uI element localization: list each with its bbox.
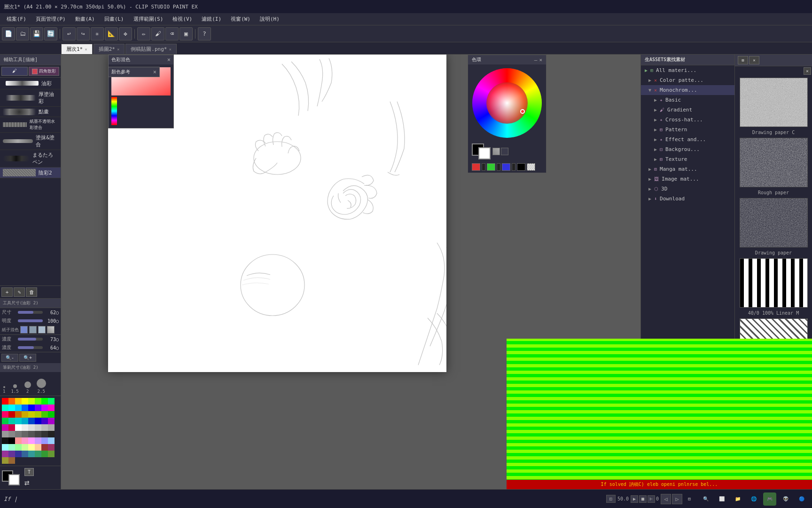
color-btn[interactable]: 四角散彩: [29, 67, 59, 76]
swatch-996633[interactable]: [8, 457, 15, 464]
swatch-aacc00[interactable]: [35, 411, 41, 418]
brush-thick-oil[interactable]: 厚塗油彩: [0, 89, 61, 107]
swatch-00ff00[interactable]: [41, 398, 48, 405]
zoom-out-btn[interactable]: 🔍-: [1, 354, 18, 362]
swatch-00cccc[interactable]: [15, 418, 22, 424]
swatch-blue[interactable]: [502, 163, 510, 171]
swatch-993399[interactable]: [2, 451, 8, 457]
swatch-ff6600[interactable]: [8, 398, 15, 405]
fill-button[interactable]: ▣: [180, 27, 193, 40]
swatch-00ccaa[interactable]: [8, 418, 15, 424]
swatch-ff9999[interactable]: [15, 437, 22, 444]
brush-smear[interactable]: 塗抹&塗合: [0, 133, 61, 150]
color-mix-2[interactable]: [29, 326, 37, 333]
transform-button[interactable]: ✳: [91, 27, 104, 40]
pen-button[interactable]: ✏: [137, 27, 150, 40]
brush-dot[interactable]: 點畫: [0, 107, 61, 117]
taskbar-steam[interactable]: 🎮: [763, 492, 776, 506]
stop-btn[interactable]: ■: [639, 495, 647, 503]
swatch-ffff00[interactable]: [22, 398, 28, 405]
color-mix-1[interactable]: [20, 326, 28, 333]
minimize-btn[interactable]: —: [534, 57, 538, 63]
menu-item-f[interactable]: 檔案(F): [2, 15, 31, 24]
swatch-eeeeee[interactable]: [22, 424, 28, 431]
swatch-339999[interactable]: [28, 451, 35, 457]
swatch-cccccc[interactable]: [35, 424, 41, 431]
asset-basic[interactable]: ▶ ✦ Basic: [641, 95, 734, 105]
asset-crosshatch[interactable]: ▶ ✦ Cross-hat...: [641, 115, 734, 125]
swatch-6600ff[interactable]: [35, 405, 41, 411]
density-track[interactable]: [18, 346, 43, 349]
canvas-next-btn[interactable]: ▷: [672, 494, 682, 504]
swatch-999999[interactable]: [2, 431, 8, 437]
tab-2[interactable]: 插圖2*×: [94, 44, 125, 54]
swatch-ff99ff[interactable]: [28, 437, 35, 444]
swatch-ccaa00[interactable]: [22, 411, 28, 418]
swatch-669933[interactable]: [48, 451, 55, 457]
add-tool-btn[interactable]: +: [1, 287, 13, 297]
fr-btn1[interactable]: ⊞: [738, 56, 748, 64]
swatch-444444[interactable]: [35, 431, 41, 437]
swatch-663399[interactable]: [8, 451, 15, 457]
color-dialog-header[interactable]: 色彩混色 ×: [109, 55, 173, 64]
asset-manga[interactable]: ▶ ⊞ Manga mat...: [641, 164, 734, 174]
delete-tool-btn[interactable]: 🗑: [26, 287, 37, 297]
swatch-cc6600[interactable]: [15, 411, 22, 418]
swatch-9999ff[interactable]: [41, 437, 48, 444]
windows-btn[interactable]: ⊞: [682, 492, 696, 506]
swatch-4400cc[interactable]: [41, 418, 48, 424]
swatch-99ffff[interactable]: [2, 444, 8, 451]
swatch-aa00cc[interactable]: [48, 418, 55, 424]
swatch-black[interactable]: [517, 163, 525, 171]
frame-btn[interactable]: ⊢: [648, 495, 655, 503]
zoom-fit-btn[interactable]: ⊡: [606, 495, 616, 503]
swatch-339933[interactable]: [41, 451, 48, 457]
taskbar-app[interactable]: 🔵: [795, 492, 808, 506]
swatch-99ccff[interactable]: [48, 437, 55, 444]
swatch-0000cc[interactable]: [35, 418, 41, 424]
asset-download[interactable]: ▶ ⬇ Download: [641, 194, 734, 204]
zoom-in-btn[interactable]: 🔍+: [19, 354, 36, 362]
swatch-ffcc99[interactable]: [35, 444, 41, 451]
swatch-00cc44[interactable]: [2, 418, 8, 424]
swatch-99ff99[interactable]: [15, 444, 22, 451]
swatch-cc00ff[interactable]: [41, 405, 48, 411]
canvas-prev-btn[interactable]: ◁: [661, 494, 671, 504]
swatch-ff0000[interactable]: [2, 398, 8, 405]
menu-item-v[interactable]: 檢視(V): [168, 15, 197, 24]
swatch-111111[interactable]: [2, 437, 8, 444]
menu-item-s[interactable]: 選擇範圍(S): [129, 15, 168, 24]
menu-item-i[interactable]: 濾鏡(I): [197, 15, 226, 24]
menu-item-w[interactable]: 視窗(W): [226, 15, 255, 24]
asset-image[interactable]: ▶ 🖼 Image mat...: [641, 174, 734, 184]
asset-effect[interactable]: ▶ ✦ Effect and...: [641, 135, 734, 144]
swatch-0000ff[interactable]: [28, 405, 35, 411]
swatch-cc00aa[interactable]: [2, 424, 8, 431]
fr-close-btn[interactable]: ✕: [804, 67, 811, 75]
menu-item-l[interactable]: 回畫(L): [100, 15, 129, 24]
swatch-44cc00[interactable]: [41, 411, 48, 418]
brush-shadow[interactable]: 陰彩2: [0, 167, 61, 178]
asset-color-pattern[interactable]: ▶ ✕ Color patte...: [641, 75, 734, 85]
asset-gradient[interactable]: ▶ 🖌 Gradient: [641, 105, 734, 115]
swatch-ffcc00[interactable]: [15, 398, 22, 405]
swatch-00ffcc[interactable]: [2, 405, 8, 411]
swap-color-btn[interactable]: ⇄: [24, 477, 34, 487]
size-track[interactable]: [18, 311, 43, 314]
hue-bar[interactable]: [111, 97, 117, 125]
strength-track[interactable]: [18, 338, 43, 341]
thumb-linear[interactable]: [740, 258, 808, 308]
swatch-cc99ff[interactable]: [35, 437, 41, 444]
swatch-ccff99[interactable]: [22, 444, 28, 451]
swatch-336699[interactable]: [22, 451, 28, 457]
swatch-66ff00[interactable]: [35, 398, 41, 405]
swatch-alpha[interactable]: [527, 163, 535, 171]
redo-button[interactable]: ↪: [77, 27, 90, 40]
swatch-green[interactable]: [487, 163, 495, 171]
swatch-000000[interactable]: [8, 437, 15, 444]
toolbar-btn-1[interactable]: 📄: [2, 27, 15, 40]
swatch-bbbbbb[interactable]: [41, 424, 48, 431]
brush-paper-water[interactable]: 紙墨不透明水彩塗合: [0, 117, 61, 133]
swatch-993333[interactable]: [41, 444, 48, 451]
asset-3d[interactable]: ▶ ⬡ 3D: [641, 184, 734, 194]
